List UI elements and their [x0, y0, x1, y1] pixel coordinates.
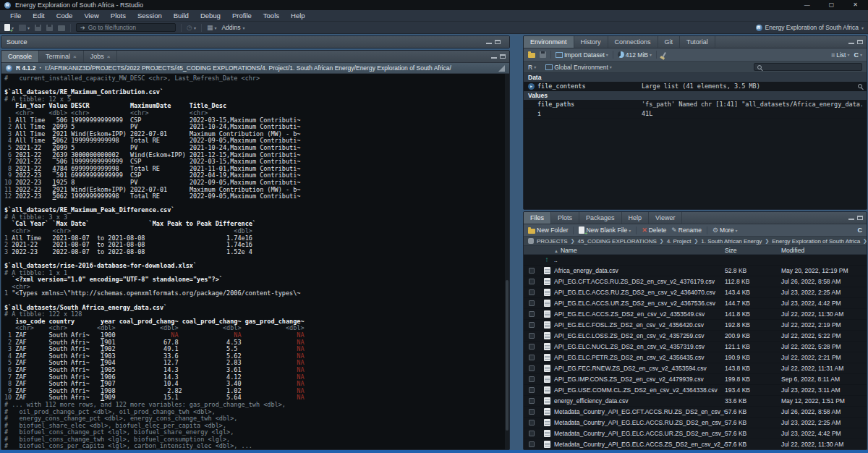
- menu-help[interactable]: Help: [285, 10, 311, 22]
- maximize-window-icon[interactable]: ▢: [829, 0, 835, 10]
- tab-connections[interactable]: Connections: [608, 36, 658, 48]
- file-row[interactable]: API_EG.ELC.LOSS.ZS_DS2_en_csv_v2_4357259…: [524, 331, 867, 342]
- minimize-pane-icon[interactable]: [486, 43, 492, 44]
- file-name-link[interactable]: API_EG.ELC.FOSL.ZS_DS2_en_csv_v2_4356420…: [554, 321, 725, 329]
- minimize-pane-icon[interactable]: [491, 57, 497, 59]
- minimize-pane-icon[interactable]: [848, 219, 854, 220]
- file-checkbox[interactable]: [529, 311, 535, 317]
- environment-search-input[interactable]: [754, 63, 862, 71]
- breadcrumb-item[interactable]: 45_CODING EXPLORATIONS: [578, 238, 657, 245]
- file-checkbox[interactable]: [529, 333, 535, 339]
- refresh-files-button[interactable]: C: [858, 226, 863, 234]
- file-row[interactable]: Metadata_Country_API_EG.ELC.ACCS.ZS_DS2_…: [524, 439, 867, 449]
- delete-button[interactable]: ✕Delete: [642, 226, 666, 234]
- tab-git[interactable]: Git: [658, 36, 681, 48]
- more-button[interactable]: ⚙More▾: [712, 226, 737, 234]
- addins-button[interactable]: Addins▾: [221, 24, 244, 31]
- file-checkbox[interactable]: [529, 409, 535, 415]
- file-row[interactable]: Metadata_Country_API_EG.ELC.ACCS.RU.ZS_D…: [524, 418, 867, 428]
- file-name-link[interactable]: Metadata_Country_API_EG.ELC.ACCS.ZS_DS2_…: [554, 441, 725, 448]
- load-workspace-icon[interactable]: [528, 53, 535, 58]
- parent-directory-row[interactable]: ↑..: [524, 255, 867, 266]
- file-name-link[interactable]: Metadata_Country_API_EG.CFT.ACCS.RU.ZS_D…: [554, 408, 725, 415]
- file-row[interactable]: API_EG.USE.COMM.CL.ZS_DS2_en_csv_v2_4364…: [524, 385, 867, 396]
- maximize-pane-icon[interactable]: [857, 216, 863, 220]
- file-name-link[interactable]: API_EG.ELC.ACCS.ZS_DS2_en_csv_v2_4353549…: [554, 310, 725, 318]
- file-checkbox[interactable]: [529, 387, 535, 393]
- tab-history[interactable]: History: [574, 36, 608, 48]
- breadcrumb-item[interactable]: Energy Exploration of South Africa: [772, 238, 860, 245]
- name-column-header[interactable]: ▲Name: [554, 247, 725, 254]
- file-row[interactable]: Metadata_Country_API_EG.CFT.ACCS.RU.ZS_D…: [524, 407, 867, 418]
- new-folder-button[interactable]: New Folder: [528, 226, 568, 234]
- tab-plots[interactable]: Plots: [551, 212, 579, 224]
- global-environment-selector[interactable]: Global Environment▾: [545, 64, 612, 71]
- tab-files[interactable]: Files: [524, 212, 551, 224]
- maximize-pane-icon[interactable]: [495, 40, 501, 44]
- breadcrumb-item[interactable]: PROJECTS: [537, 238, 568, 245]
- file-row[interactable]: Africa_energy_data.csv52.8 KBMay 20, 202…: [524, 266, 867, 276]
- maximize-pane-icon[interactable]: [500, 54, 506, 59]
- print-button[interactable]: [58, 25, 65, 31]
- file-checkbox[interactable]: [529, 322, 535, 328]
- menu-code[interactable]: Code: [51, 10, 79, 22]
- minimize-pane-icon[interactable]: [848, 43, 854, 44]
- menu-profile[interactable]: Profile: [226, 10, 258, 22]
- tab-console[interactable]: Console: [1, 51, 39, 62]
- list-view-button[interactable]: ≡List▾: [831, 51, 850, 59]
- file-row[interactable]: API_EG.ELC.NUCL.ZS_DS2_en_csv_v2_4357319…: [524, 342, 867, 352]
- breadcrumb-root-icon[interactable]: [528, 238, 534, 244]
- console-corner-icon[interactable]: [498, 65, 505, 72]
- file-checkbox[interactable]: [529, 268, 535, 274]
- clear-objects-broom-icon[interactable]: [662, 52, 666, 58]
- file-row[interactable]: API_EG.ELC.PETR.ZS_DS2_en_csv_v2_4356435…: [524, 352, 867, 363]
- language-selector[interactable]: R▾: [528, 64, 536, 71]
- expand-object-icon[interactable]: ▶: [528, 83, 535, 90]
- file-row[interactable]: API_EG.ELC.ACCS.RU.ZS_DS2_en_csv_v2_4364…: [524, 287, 867, 298]
- file-checkbox[interactable]: [529, 431, 535, 436]
- console-scrollbar[interactable]: [505, 74, 509, 449]
- file-row[interactable]: Metadata_Country_API_EG.ELC.ACCS.UR.ZS_D…: [524, 428, 867, 439]
- file-checkbox[interactable]: [529, 376, 535, 382]
- tab-terminal[interactable]: Terminal×: [39, 51, 84, 62]
- minimize-window-icon[interactable]: —: [804, 0, 810, 10]
- history-button[interactable]: ◷▾: [187, 24, 196, 31]
- file-row[interactable]: API_EG.ELC.ACCS.UR.ZS_DS2_en_csv_v2_4367…: [524, 298, 867, 309]
- file-name-link[interactable]: Africa_energy_data.csv: [554, 267, 725, 274]
- file-checkbox[interactable]: [529, 289, 535, 295]
- file-checkbox[interactable]: [529, 355, 535, 360]
- memory-usage-button[interactable]: 412 MiB▾: [618, 51, 652, 59]
- new-project-button[interactable]: ▾: [19, 25, 30, 31]
- file-row[interactable]: API_EG.CFT.ACCS.RU.ZS_DS2_en_csv_v2_4376…: [524, 276, 867, 287]
- workspace-panes-button[interactable]: ▦▾: [207, 24, 217, 31]
- file-checkbox[interactable]: [529, 344, 535, 350]
- file-name-link[interactable]: energy_efficiency_data.csv: [554, 397, 725, 405]
- menu-debug[interactable]: Debug: [195, 10, 226, 22]
- tab-tutorial[interactable]: Tutorial: [680, 36, 715, 48]
- size-column-header[interactable]: Size: [725, 247, 781, 254]
- file-row[interactable]: API_EG.FEC.RNEW.ZS_DS2_en_csv_v2_4353594…: [524, 363, 867, 374]
- rename-button[interactable]: ✎Rename: [671, 226, 702, 234]
- file-checkbox[interactable]: [529, 398, 535, 404]
- file-name-link[interactable]: API_EG.ELC.ACCS.RU.ZS_DS2_en_csv_v2_4364…: [554, 289, 725, 296]
- new-blank-file-button[interactable]: New Blank File▾: [579, 226, 631, 234]
- file-checkbox[interactable]: [529, 441, 535, 447]
- environment-object-row[interactable]: file_paths'fs_path' Named chr [1:41] "al…: [524, 100, 867, 109]
- menu-tools[interactable]: Tools: [258, 10, 285, 22]
- console-scrollbar-thumb[interactable]: [506, 280, 509, 431]
- file-row[interactable]: API_EG.IMP.CONS.ZS_DS2_en_csv_v2_4479939…: [524, 374, 867, 385]
- file-name-link[interactable]: Metadata_Country_API_EG.ELC.ACCS.RU.ZS_D…: [554, 419, 725, 426]
- console-output[interactable]: # current_installed_capacity_MW_DESC <ch…: [1, 74, 509, 449]
- breadcrumb-item[interactable]: 4. Project: [667, 238, 692, 245]
- tab-help[interactable]: Help: [622, 212, 650, 224]
- environment-object-row[interactable]: i41L: [524, 109, 867, 119]
- new-file-button[interactable]: ▾: [4, 24, 14, 31]
- file-checkbox[interactable]: [529, 300, 535, 306]
- close-tab-icon[interactable]: ×: [107, 54, 111, 60]
- file-row[interactable]: API_EG.ELC.ACCS.ZS_DS2_en_csv_v2_4353549…: [524, 309, 867, 320]
- environment-object-row[interactable]: ▶file_contentsLarge list (41 elements, 3…: [524, 82, 867, 91]
- file-name-link[interactable]: API_EG.ELC.PETR.ZS_DS2_en_csv_v2_4356435…: [554, 354, 725, 361]
- goto-file-function-input[interactable]: ➔ Go to file/function: [76, 23, 176, 32]
- menu-view[interactable]: View: [78, 10, 104, 22]
- file-name-link[interactable]: API_EG.IMP.CONS.ZS_DS2_en_csv_v2_4479939…: [554, 376, 725, 383]
